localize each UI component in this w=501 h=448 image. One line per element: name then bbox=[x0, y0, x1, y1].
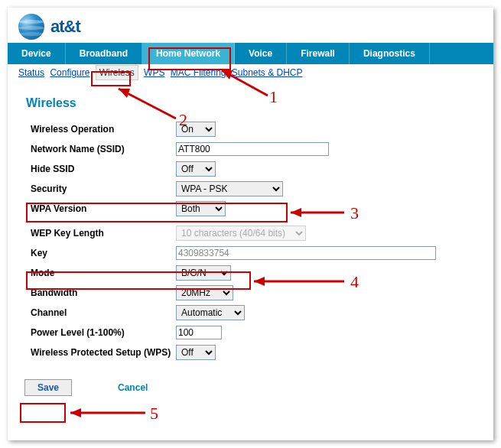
tab-device[interactable]: Device bbox=[8, 43, 66, 64]
label-key: Key bbox=[31, 248, 176, 258]
subnav: Status Configure Wireless WPS MAC Filter… bbox=[8, 64, 493, 81]
select-wps[interactable]: Off bbox=[176, 345, 216, 360]
subnav-configure[interactable]: Configure bbox=[50, 67, 89, 78]
input-power[interactable] bbox=[176, 326, 222, 339]
subnav-mac-filtering[interactable]: MAC Filtering bbox=[171, 67, 226, 78]
select-mode[interactable]: B/G/N bbox=[176, 265, 231, 281]
annot-num-5: 5 bbox=[150, 404, 158, 424]
annot-box-5 bbox=[20, 403, 66, 423]
label-wep-key-length: WEP Key Length bbox=[31, 228, 176, 239]
tab-firewall[interactable]: Firewall bbox=[287, 43, 350, 64]
label-security: Security bbox=[31, 183, 176, 194]
label-bandwidth: Bandwidth bbox=[31, 287, 176, 298]
section-title: Wireless bbox=[8, 81, 493, 116]
subnav-wireless[interactable]: Wireless bbox=[96, 65, 138, 80]
save-button[interactable]: Save bbox=[24, 379, 72, 396]
select-hide-ssid[interactable]: Off bbox=[176, 161, 216, 177]
input-key[interactable] bbox=[176, 246, 436, 260]
tab-diagnostics[interactable]: Diagnostics bbox=[350, 43, 430, 64]
select-security[interactable]: WPA - PSK bbox=[176, 181, 283, 196]
label-mode: Mode bbox=[31, 268, 176, 278]
subnav-subnets-dhcp[interactable]: Subnets & DHCP bbox=[232, 67, 303, 78]
tab-home-network[interactable]: Home Network bbox=[142, 43, 235, 64]
label-wpa-version: WPA Version bbox=[31, 203, 176, 214]
tab-broadband[interactable]: Broadband bbox=[66, 43, 142, 64]
select-wireless-operation[interactable]: On bbox=[176, 122, 216, 137]
select-bandwidth[interactable]: 20MHz bbox=[176, 285, 233, 300]
att-globe-icon bbox=[18, 14, 44, 40]
main-tabs: Device Broadband Home Network Voice Fire… bbox=[8, 43, 493, 64]
label-power: Power Level (1-100%) bbox=[31, 327, 176, 338]
subnav-wps[interactable]: WPS bbox=[144, 67, 164, 78]
label-channel: Channel bbox=[31, 307, 176, 318]
tab-voice[interactable]: Voice bbox=[235, 43, 287, 64]
label-ssid: Network Name (SSID) bbox=[31, 144, 176, 154]
cancel-link[interactable]: Cancel bbox=[118, 382, 148, 393]
input-ssid[interactable] bbox=[176, 142, 329, 156]
label-hide-ssid: Hide SSID bbox=[31, 164, 176, 174]
subnav-status[interactable]: Status bbox=[18, 67, 44, 78]
select-wep-key-length: 10 characters (40/64 bits) bbox=[176, 226, 306, 241]
select-wpa-version[interactable]: Both bbox=[176, 201, 226, 216]
label-wps: Wireless Protected Setup (WPS) bbox=[31, 348, 176, 358]
brand-text: at&t bbox=[50, 17, 80, 37]
wireless-form: Wireless Operation On Network Name (SSID… bbox=[8, 116, 493, 362]
logo-row: at&t bbox=[8, 8, 493, 43]
label-wireless-operation: Wireless Operation bbox=[31, 124, 176, 135]
svg-marker-9 bbox=[70, 408, 81, 417]
select-channel[interactable]: Automatic bbox=[176, 305, 245, 320]
